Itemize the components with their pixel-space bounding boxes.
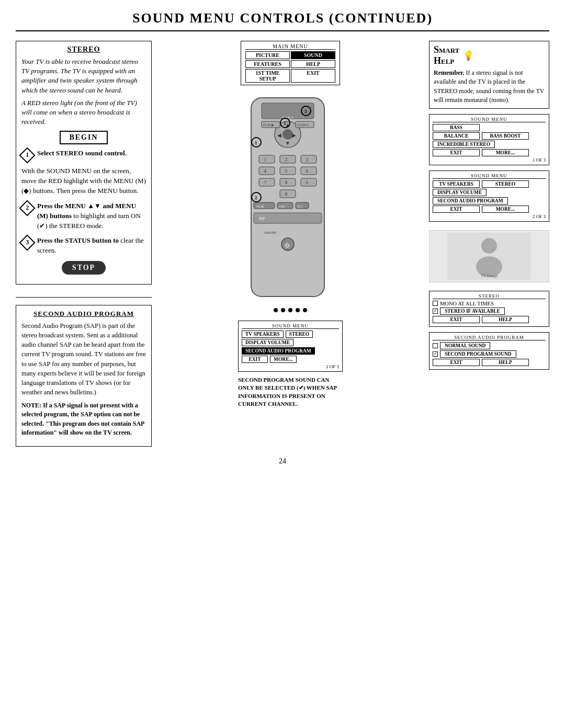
menu-btn-features: FEATURES xyxy=(245,60,290,68)
normal-sound-btn: NORMAL SOUND xyxy=(440,342,490,349)
sm3-stereo-btn: STEREO xyxy=(286,331,313,338)
svg-text:▼: ▼ xyxy=(285,140,290,146)
sm1-title: SOUND MENU xyxy=(433,117,546,122)
sm2-title: SOUND MENU xyxy=(433,173,546,179)
svg-text:7: 7 xyxy=(264,180,266,185)
stereo-para-1: Your TV is able to receive broadcast ste… xyxy=(21,57,146,95)
sm2-footer: 2 OF 3 xyxy=(433,214,546,219)
sm2-sap: SECOND AUDIO PROGRAM xyxy=(433,197,546,204)
stereo-sub-title: STEREO xyxy=(433,293,546,299)
svg-text:PIP: PIP xyxy=(259,217,265,221)
page-title: Sound Menu Controls (Continued) xyxy=(16,10,549,31)
stereo-sub-help-btn: HELP xyxy=(482,316,529,323)
svg-text:1: 1 xyxy=(255,140,257,145)
sm1-incredible-btn: INCREDIBLE STEREO xyxy=(433,141,495,148)
svg-rect-12 xyxy=(301,155,317,163)
smart-help-text: Remember. If a stereo signal is not avai… xyxy=(434,69,545,105)
menu-btn-help: HELP xyxy=(291,60,335,68)
svg-text:SMART: SMART xyxy=(264,231,277,235)
svg-rect-10 xyxy=(280,155,296,163)
svg-text:VCR: VCR xyxy=(256,204,264,209)
sap-submenu: SECOND AUDIO PROGRAM NORMAL SOUND SECOND… xyxy=(429,332,549,370)
sound-menu-1of3: SOUND MENU BASS BALANCE BASS BOOST INCRE… xyxy=(429,114,549,165)
stereo-section: STEREO Your TV is able to receive broadc… xyxy=(16,41,152,285)
main-menu-title: MAIN MENU xyxy=(245,43,335,50)
sm3-row-tvspeakers: TV SPEAKERS STEREO xyxy=(242,331,339,338)
second-program-row: SECOND PROGRAM SOUND xyxy=(433,350,546,358)
svg-text:4: 4 xyxy=(264,169,266,174)
main-menu-box: MAIN MENU PICTURE SOUND FEATURES HELP 1S… xyxy=(241,41,340,85)
svg-text:STATUS: STATUS xyxy=(297,123,309,127)
svg-text:3: 3 xyxy=(306,157,308,162)
svg-point-3 xyxy=(282,129,293,140)
svg-text:2: 2 xyxy=(255,195,257,200)
sm2-displayvol-btn: DISPLAY VOLUME xyxy=(433,189,487,196)
svg-text:TV: TV xyxy=(297,204,302,209)
svg-text:5: 5 xyxy=(285,169,287,174)
step-1: 1 Select STEREO sound control. xyxy=(21,149,146,161)
sm3-row-exit: EXIT MORE... xyxy=(242,356,339,363)
svg-rect-22 xyxy=(280,178,296,186)
sm2-exit-more: EXIT MORE... xyxy=(433,206,546,213)
tv-person-image: TV Image xyxy=(429,230,549,282)
stereo-title: STEREO xyxy=(21,46,146,54)
mono-checkbox xyxy=(433,301,438,306)
svg-text:8: 8 xyxy=(285,180,287,185)
sm1-balance-btn: BALANCE xyxy=(433,132,480,140)
sm3-title: SOUND MENU xyxy=(242,323,339,329)
stereo-checkbox xyxy=(433,309,438,314)
svg-text:FLAT ▶: FLAT ▶ xyxy=(263,123,274,127)
svg-text:2: 2 xyxy=(285,157,287,162)
sap-para-1: Second Audio Program (SAP) is part of th… xyxy=(21,321,146,397)
begin-badge: BEGIN xyxy=(21,131,146,144)
mono-checkbox-row: MONO AT ALL TIMES xyxy=(433,301,546,306)
sm2-stereo-btn: STEREO xyxy=(482,180,529,188)
svg-text:▶: ▶ xyxy=(292,132,296,138)
smart-help-box: Smart Help 💡 Remember. If a stereo signa… xyxy=(429,41,549,109)
sm1-exit-more: EXIT MORE... xyxy=(433,149,546,156)
smart-label: Smart Help xyxy=(434,44,459,66)
svg-rect-20 xyxy=(259,178,275,186)
stereo-para-2: A RED stereo light (on the front of the … xyxy=(21,98,146,127)
stereo-sub-exit-help: EXIT HELP xyxy=(433,316,546,323)
svg-rect-24 xyxy=(301,178,317,186)
sm2-sap-btn: SECOND AUDIO PROGRAM xyxy=(433,197,508,204)
svg-text:TV Image: TV Image xyxy=(481,274,498,278)
main-menu-screen: MAIN MENU PICTURE SOUND FEATURES HELP 1S… xyxy=(241,41,340,88)
sound-menu-2of3: SOUND MENU TV SPEAKERS STEREO DISPLAY VO… xyxy=(429,170,549,222)
step-1-text: Select STEREO sound control. xyxy=(37,149,146,158)
sm3-row-sap: SECOND AUDIO PROGRAM xyxy=(242,347,339,355)
svg-text:0: 0 xyxy=(285,192,287,197)
sm1-bass-btn: BASS xyxy=(433,124,480,131)
sm3-row-displayvol: DISPLAY VOLUME xyxy=(242,339,339,346)
sm3-sap-btn: SECOND AUDIO PROGRAM xyxy=(242,347,315,355)
stereo-submenu: STEREO MONO AT ALL TIMES STEREO IF AVAIL… xyxy=(429,291,549,327)
second-program-btn: SECOND PROGRAM SOUND xyxy=(440,350,516,358)
dots-separator xyxy=(274,308,307,312)
sm3-more-btn: MORE... xyxy=(270,356,297,363)
sap-caption: SECOND PROGRAM SOUND CAN ONLY BE SELECTE… xyxy=(238,376,343,408)
svg-text:9: 9 xyxy=(306,180,308,185)
sm2-tvspeakers-btn: TV SPEAKERS xyxy=(433,180,480,188)
sm1-exit-btn: EXIT xyxy=(433,149,480,156)
svg-text:3: 3 xyxy=(284,121,286,126)
lightbulb-icon: 💡 xyxy=(462,50,474,61)
sm2-tvspeakers-stereo: TV SPEAKERS STEREO xyxy=(433,180,546,188)
sm1-bassboost-btn: BASS BOOST xyxy=(482,132,529,140)
sound-menu-3of3-screen: SOUND MENU TV SPEAKERS STEREO DISPLAY VO… xyxy=(238,321,343,372)
svg-text:◀: ◀ xyxy=(277,132,281,138)
step-1-detail: With the SOUND MENU on the screen, move … xyxy=(21,166,146,196)
page-number: 24 xyxy=(16,457,549,465)
svg-text:ON: ON xyxy=(279,204,285,209)
svg-point-53 xyxy=(481,238,497,254)
sm3-exit-btn: EXIT xyxy=(242,356,268,363)
remote-svg: ▲ ▼ ◀ ▶ 1 2 3 4 5 6 7 8 xyxy=(235,93,340,302)
svg-text:3: 3 xyxy=(304,109,307,114)
stereo-sub-exit-btn: EXIT xyxy=(433,316,480,323)
step-1-detail-text: With the SOUND MENU on the screen, move … xyxy=(21,166,146,196)
remote-control: ▲ ▼ ◀ ▶ 1 2 3 4 5 6 7 8 xyxy=(235,93,345,304)
sm3-footer: 2 OF 3 xyxy=(242,364,339,369)
svg-text:6: 6 xyxy=(306,169,308,174)
normal-sound-checkbox xyxy=(433,343,438,348)
menu-btn-exit: EXIT xyxy=(291,69,335,83)
